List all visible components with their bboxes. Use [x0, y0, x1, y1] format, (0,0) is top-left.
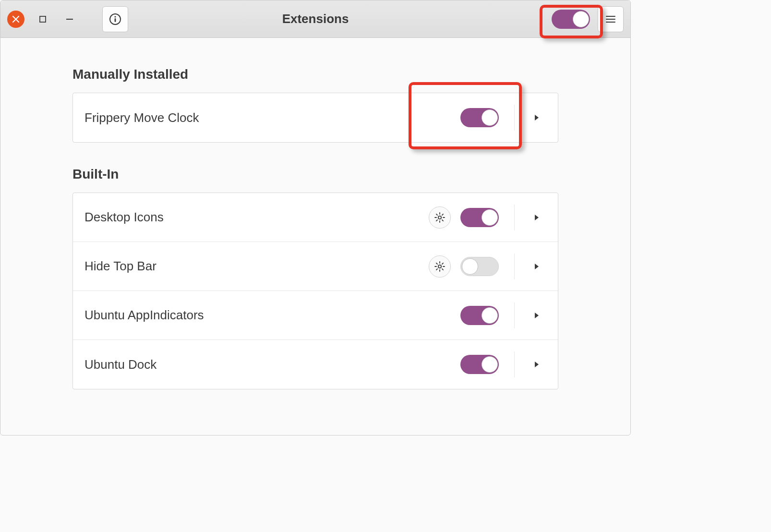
extension-controls — [460, 302, 546, 328]
divider — [514, 351, 515, 377]
master-toggle[interactable] — [552, 10, 590, 29]
menu-button[interactable] — [598, 6, 624, 32]
settings-button[interactable] — [429, 255, 451, 278]
expand-button[interactable] — [527, 361, 546, 368]
toggle-knob — [482, 109, 498, 126]
window-title: Extensions — [282, 12, 349, 26]
divider — [514, 205, 515, 230]
hamburger-icon — [605, 13, 616, 25]
manually-installed-heading: Manually Installed — [72, 67, 558, 82]
toggle-knob — [482, 209, 498, 226]
divider — [514, 254, 515, 279]
restore-button[interactable] — [34, 11, 51, 28]
chevron-right-icon — [534, 263, 540, 270]
chevron-right-icon — [534, 114, 540, 121]
toggle-knob — [462, 258, 478, 275]
chevron-right-icon — [534, 361, 540, 368]
minimize-button[interactable] — [61, 11, 78, 28]
extension-name: Frippery Move Clock — [84, 110, 460, 125]
minimize-icon — [66, 19, 73, 20]
extension-controls — [429, 254, 546, 279]
extension-controls — [429, 205, 546, 230]
extension-toggle[interactable] — [460, 306, 499, 325]
svg-rect-0 — [40, 16, 46, 22]
extension-name: Desktop Icons — [84, 210, 429, 225]
chevron-right-icon — [534, 312, 540, 319]
divider — [514, 302, 515, 328]
extension-controls — [460, 351, 546, 377]
extension-row-desktop-icons: Desktop Icons — [73, 193, 558, 242]
expand-button[interactable] — [527, 263, 546, 270]
extension-name: Ubuntu Dock — [84, 357, 460, 372]
close-icon — [12, 15, 20, 23]
gear-icon — [434, 212, 446, 223]
built-in-list: Desktop Icons Hide Top Bar — [72, 193, 558, 389]
extension-toggle[interactable] — [460, 257, 499, 276]
expand-button[interactable] — [527, 114, 546, 121]
titlebar-right — [552, 6, 624, 32]
toggle-knob — [573, 11, 589, 27]
content-area: Manually Installed Frippery Move Clock B… — [0, 38, 630, 433]
toggle-knob — [482, 307, 498, 324]
extensions-window: Extensions Manually Installed Frippery M… — [0, 0, 631, 435]
extension-row-hide-top-bar: Hide Top Bar — [73, 242, 558, 291]
extension-name: Ubuntu AppIndicators — [84, 308, 460, 323]
expand-button[interactable] — [527, 214, 546, 221]
manually-installed-list: Frippery Move Clock — [72, 93, 558, 143]
svg-rect-3 — [115, 18, 116, 22]
extension-row-ubuntu-appindicators: Ubuntu AppIndicators — [73, 291, 558, 340]
extension-row-ubuntu-dock: Ubuntu Dock — [73, 340, 558, 389]
extension-row-frippery-move-clock: Frippery Move Clock — [73, 93, 558, 142]
svg-point-2 — [114, 16, 116, 17]
extension-toggle[interactable] — [460, 355, 499, 374]
svg-point-4 — [438, 216, 441, 218]
close-button[interactable] — [7, 11, 24, 28]
built-in-heading: Built-In — [72, 167, 558, 182]
window-controls — [7, 6, 128, 32]
extension-controls — [460, 105, 546, 131]
expand-button[interactable] — [527, 312, 546, 319]
extension-name: Hide Top Bar — [84, 259, 429, 274]
settings-button[interactable] — [429, 206, 451, 229]
svg-point-5 — [438, 265, 441, 267]
extension-toggle[interactable] — [460, 208, 499, 227]
toggle-knob — [482, 356, 498, 373]
titlebar: Extensions — [0, 0, 630, 38]
chevron-right-icon — [534, 214, 540, 221]
info-icon — [109, 13, 121, 25]
info-button[interactable] — [102, 6, 128, 32]
divider — [514, 105, 515, 131]
extension-toggle[interactable] — [460, 108, 499, 127]
restore-icon — [39, 16, 46, 23]
gear-icon — [434, 261, 446, 272]
